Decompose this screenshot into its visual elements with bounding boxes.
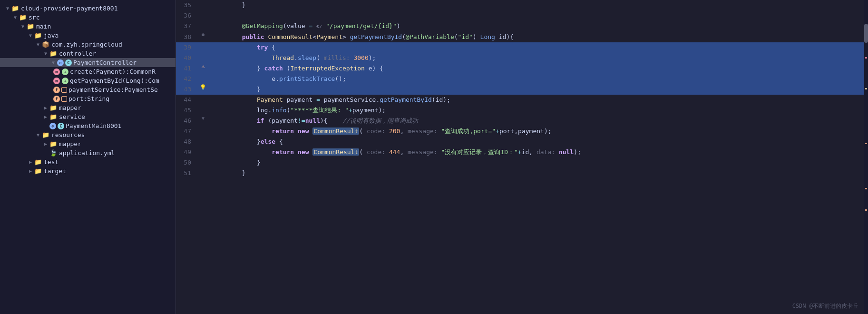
tree-item-src[interactable]: ▼ 📁 src (0, 13, 176, 22)
fold-icon[interactable]: ▼ (202, 116, 205, 121)
tree-label: application.yml (59, 149, 115, 157)
line-content: try { (210, 42, 868, 53)
code-line-36: 36 (176, 10, 868, 21)
tree-item-create[interactable]: m + create(Payment):CommonR (0, 67, 176, 76)
code-line-35: 35 } (176, 0, 868, 10)
expand-arrow: ▼ (42, 51, 49, 56)
code-line-49: 49 return new CommonResult( code: 444, m… (176, 147, 868, 157)
line-number: 49 (176, 147, 196, 157)
line-number: 45 (176, 105, 196, 116)
lock-icon (61, 87, 67, 93)
expand-arrow: ▼ (27, 33, 34, 38)
folder-icon: 📁 (34, 158, 42, 166)
code-line-51: 51 } (176, 168, 868, 178)
line-number: 39 (176, 42, 196, 53)
tree-label: mapper (59, 104, 81, 111)
tree-item-payment-controller[interactable]: ▼ ⊙ C PaymentController (0, 58, 176, 67)
line-number: 50 (176, 157, 196, 168)
line-number: 51 (176, 168, 196, 178)
expand-arrow: ▼ (34, 42, 42, 47)
tree-label: port:String (68, 95, 109, 102)
folder-icon: 📁 (49, 104, 57, 111)
tree-item-port[interactable]: f port:String (0, 94, 176, 103)
tree-item-service[interactable]: ▶ 📁 service (0, 112, 176, 121)
tree-item-root[interactable]: ▼ 📁 cloud-provider-payment8001 (0, 4, 176, 13)
code-line-40: 40 Thread.sleep( millis: 3000); (176, 53, 868, 63)
scrollbar-thumb[interactable] (864, 24, 868, 43)
line-content: @GetMapping(value = ⊙✓ "/payment/get/{id… (210, 21, 868, 32)
line-content: }else { (210, 137, 868, 147)
code-line-43: 43 💡 } (176, 84, 868, 95)
line-content: Thread.sleep( millis: 3000); (210, 53, 868, 63)
spacer (42, 150, 49, 156)
line-gutter: ⚠ (196, 63, 210, 69)
globe-icon: ⊙ (49, 123, 56, 129)
expand-arrow: ▼ (4, 6, 11, 11)
tree-item-java[interactable]: ▼ 📁 java (0, 31, 176, 40)
tree-item-resources[interactable]: ▼ 📁 resources (0, 130, 176, 139)
expand-arrow: ▼ (11, 15, 19, 20)
bulb-icon[interactable]: 💡 (200, 84, 206, 90)
line-content: Payment payment = paymentService.getPaym… (210, 95, 868, 105)
tree-item-main[interactable]: ▼ 📁 main (0, 22, 176, 31)
line-number: 36 (176, 10, 196, 21)
tree-label: test (44, 158, 59, 166)
expand-arrow: ▶ (42, 114, 49, 119)
tree-item-mapper[interactable]: ▶ 📁 mapper (0, 103, 176, 112)
tree-label: PaymentMain8001 (66, 122, 121, 129)
fold-icon[interactable]: ● (202, 32, 205, 37)
tree-item-payment-service[interactable]: f paymentService:PaymentSe (0, 85, 176, 94)
globe-icon: ⊙ (57, 59, 64, 66)
folder-icon: 📁 (34, 167, 42, 175)
class-icon: C (65, 59, 72, 66)
code-editor: 35 } 36 37 @GetMapping(value = ⊙✓ "/paym… (176, 0, 868, 314)
code-line-48: 48 }else { (176, 137, 868, 147)
tree-item-target[interactable]: ▶ 📁 target (0, 167, 176, 176)
expand-arrow: ▶ (42, 105, 49, 110)
line-gutter: ● (196, 32, 210, 37)
file-tree[interactable]: ▼ 📁 cloud-provider-payment8001 ▼ 📁 src ▼… (0, 0, 176, 314)
code-line-46: 46 ▼ if (payment!=null){ //说明有数据，能查询成功 (176, 116, 868, 126)
folder-icon: 📁 (49, 140, 57, 147)
folder-icon: 📁 (19, 14, 27, 21)
expand-arrow: ▶ (27, 168, 34, 174)
line-content: } (210, 0, 868, 10)
watermark: CSDN @不断前进的皮卡丘 (792, 302, 858, 310)
tree-item-payment-main[interactable]: ⊙ C PaymentMain8001 (0, 121, 176, 130)
line-number: 42 (176, 74, 196, 84)
code-line-38: 38 ● public CommonResult<Payment> getPay… (176, 32, 868, 42)
access-icon: + (62, 69, 68, 75)
expand-arrow: ▼ (34, 132, 42, 137)
line-number: 35 (176, 0, 196, 10)
line-number: 46 (176, 116, 196, 126)
tree-item-package[interactable]: ▼ 📦 com.zyh.springcloud (0, 40, 176, 49)
tree-label: com.zyh.springcloud (51, 41, 122, 48)
folder-icon: 📁 (27, 23, 34, 30)
tree-label: resources (51, 131, 85, 138)
tree-item-app-yml[interactable]: 🍃 application.yml (0, 148, 176, 157)
tree-label: paymentService:PaymentSe (68, 86, 158, 93)
method-icon: m (53, 69, 60, 75)
line-number: 47 (176, 126, 196, 137)
tree-label: controller (59, 50, 96, 57)
tree-item-controller[interactable]: ▼ 📁 controller (0, 49, 176, 58)
expand-arrow (42, 123, 49, 128)
tree-label: java (44, 32, 59, 39)
tree-label: getPaymentById(Long):Com (70, 77, 159, 84)
minimap-marker (865, 57, 867, 59)
tree-label: cloud-provider-payment8001 (21, 5, 118, 12)
line-content: log.info("*****查询结果: "+payment); (210, 105, 868, 116)
method-icon: m (53, 78, 60, 84)
tree-item-get-payment[interactable]: m + getPaymentById(Long):Com (0, 76, 176, 85)
code-content[interactable]: 35 } 36 37 @GetMapping(value = ⊙✓ "/paym… (176, 0, 868, 314)
line-content: } catch (InterruptedException e) { (210, 63, 868, 74)
scrollbar-track[interactable] (864, 0, 868, 314)
lock-icon (61, 96, 67, 102)
minimap-marker (865, 143, 867, 144)
expand-arrow: ▼ (19, 24, 27, 29)
access-icon: + (62, 78, 68, 84)
tree-item-test[interactable]: ▶ 📁 test (0, 157, 176, 167)
tree-item-mapper-res[interactable]: ▶ 📁 mapper (0, 139, 176, 148)
line-number: 44 (176, 95, 196, 105)
tree-label: main (36, 23, 51, 30)
